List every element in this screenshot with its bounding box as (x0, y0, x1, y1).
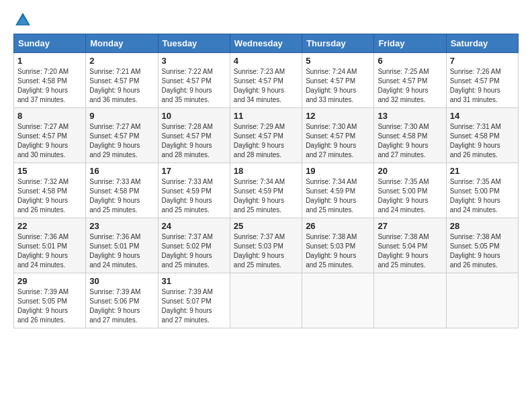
day-number: 2 (89, 56, 154, 66)
calendar-cell: 28Sunrise: 7:38 AM Sunset: 5:05 PM Dayli… (446, 218, 518, 273)
calendar-cell: 31Sunrise: 7:39 AM Sunset: 5:07 PM Dayli… (158, 273, 230, 328)
day-number: 7 (450, 56, 515, 66)
day-number: 10 (162, 111, 226, 121)
col-header-monday: Monday (86, 34, 158, 53)
day-number: 1 (17, 56, 82, 66)
day-number: 26 (306, 221, 370, 231)
day-info: Sunrise: 7:35 AM Sunset: 5:00 PM Dayligh… (450, 178, 501, 214)
day-number: 8 (17, 111, 82, 121)
day-number: 13 (378, 111, 442, 121)
page: SundayMondayTuesdayWednesdayThursdayFrid… (0, 0, 532, 335)
day-number: 28 (450, 221, 515, 231)
calendar-header-row: SundayMondayTuesdayWednesdayThursdayFrid… (14, 34, 519, 53)
calendar-cell: 30Sunrise: 7:39 AM Sunset: 5:06 PM Dayli… (86, 273, 158, 328)
header (13, 11, 519, 30)
calendar-cell: 13Sunrise: 7:30 AM Sunset: 4:58 PM Dayli… (374, 108, 446, 163)
day-number: 12 (306, 111, 370, 121)
calendar-cell: 20Sunrise: 7:35 AM Sunset: 5:00 PM Dayli… (374, 163, 446, 218)
calendar-cell: 2Sunrise: 7:21 AM Sunset: 4:57 PM Daylig… (86, 53, 158, 108)
day-number: 25 (234, 221, 298, 231)
day-number: 15 (17, 166, 82, 176)
day-info: Sunrise: 7:34 AM Sunset: 4:59 PM Dayligh… (306, 178, 357, 214)
day-number: 29 (17, 276, 82, 286)
day-info: Sunrise: 7:22 AM Sunset: 4:57 PM Dayligh… (162, 68, 213, 103)
calendar-cell: 15Sunrise: 7:32 AM Sunset: 4:58 PM Dayli… (14, 163, 86, 218)
calendar-cell: 1Sunrise: 7:20 AM Sunset: 4:58 PM Daylig… (14, 53, 86, 108)
calendar-cell: 7Sunrise: 7:26 AM Sunset: 4:57 PM Daylig… (446, 53, 518, 108)
day-number: 5 (306, 56, 370, 66)
day-number: 17 (162, 166, 226, 176)
day-info: Sunrise: 7:21 AM Sunset: 4:57 PM Dayligh… (89, 68, 140, 103)
calendar-cell: 26Sunrise: 7:38 AM Sunset: 5:03 PM Dayli… (302, 218, 374, 273)
day-number: 23 (89, 221, 154, 231)
calendar-week-4: 22Sunrise: 7:36 AM Sunset: 5:01 PM Dayli… (14, 218, 519, 273)
day-info: Sunrise: 7:38 AM Sunset: 5:03 PM Dayligh… (306, 233, 357, 269)
day-number: 11 (234, 111, 298, 121)
day-info: Sunrise: 7:39 AM Sunset: 5:05 PM Dayligh… (17, 288, 69, 324)
day-number: 9 (89, 111, 154, 121)
calendar-cell: 3Sunrise: 7:22 AM Sunset: 4:57 PM Daylig… (158, 53, 230, 108)
day-number: 14 (450, 111, 515, 121)
day-info: Sunrise: 7:39 AM Sunset: 5:07 PM Dayligh… (162, 288, 213, 324)
calendar-cell: 5Sunrise: 7:24 AM Sunset: 4:57 PM Daylig… (302, 53, 374, 108)
calendar-cell: 25Sunrise: 7:37 AM Sunset: 5:03 PM Dayli… (230, 218, 302, 273)
day-info: Sunrise: 7:28 AM Sunset: 4:57 PM Dayligh… (162, 123, 213, 158)
day-info: Sunrise: 7:36 AM Sunset: 5:01 PM Dayligh… (89, 233, 140, 269)
day-info: Sunrise: 7:35 AM Sunset: 5:00 PM Dayligh… (378, 178, 429, 214)
calendar-week-3: 15Sunrise: 7:32 AM Sunset: 4:58 PM Dayli… (14, 163, 519, 218)
calendar-cell (302, 273, 374, 328)
day-number: 16 (89, 166, 154, 176)
day-info: Sunrise: 7:33 AM Sunset: 4:59 PM Dayligh… (162, 178, 213, 214)
col-header-sunday: Sunday (14, 34, 86, 53)
day-info: Sunrise: 7:34 AM Sunset: 4:59 PM Dayligh… (234, 178, 285, 214)
day-number: 30 (89, 276, 154, 286)
calendar-cell: 23Sunrise: 7:36 AM Sunset: 5:01 PM Dayli… (86, 218, 158, 273)
day-info: Sunrise: 7:25 AM Sunset: 4:57 PM Dayligh… (378, 68, 429, 103)
calendar-cell: 9Sunrise: 7:27 AM Sunset: 4:57 PM Daylig… (86, 108, 158, 163)
day-info: Sunrise: 7:30 AM Sunset: 4:57 PM Dayligh… (306, 123, 357, 158)
day-info: Sunrise: 7:30 AM Sunset: 4:58 PM Dayligh… (378, 123, 429, 158)
day-info: Sunrise: 7:32 AM Sunset: 4:58 PM Dayligh… (17, 178, 69, 214)
logo-icon (13, 11, 32, 30)
day-number: 19 (306, 166, 370, 176)
calendar-cell: 8Sunrise: 7:27 AM Sunset: 4:57 PM Daylig… (14, 108, 86, 163)
calendar-cell: 18Sunrise: 7:34 AM Sunset: 4:59 PM Dayli… (230, 163, 302, 218)
calendar-cell: 12Sunrise: 7:30 AM Sunset: 4:57 PM Dayli… (302, 108, 374, 163)
day-number: 22 (17, 221, 82, 231)
calendar-cell (230, 273, 302, 328)
day-info: Sunrise: 7:20 AM Sunset: 4:58 PM Dayligh… (17, 68, 69, 103)
day-number: 31 (162, 276, 226, 286)
day-number: 20 (378, 166, 442, 176)
day-info: Sunrise: 7:26 AM Sunset: 4:57 PM Dayligh… (450, 68, 501, 103)
calendar-cell: 4Sunrise: 7:23 AM Sunset: 4:57 PM Daylig… (230, 53, 302, 108)
day-number: 3 (162, 56, 226, 66)
day-info: Sunrise: 7:23 AM Sunset: 4:57 PM Dayligh… (234, 68, 285, 103)
col-header-friday: Friday (374, 34, 446, 53)
day-info: Sunrise: 7:36 AM Sunset: 5:01 PM Dayligh… (17, 233, 69, 269)
day-info: Sunrise: 7:27 AM Sunset: 4:57 PM Dayligh… (89, 123, 140, 158)
calendar-cell (446, 273, 518, 328)
col-header-wednesday: Wednesday (230, 34, 302, 53)
calendar-cell: 14Sunrise: 7:31 AM Sunset: 4:58 PM Dayli… (446, 108, 518, 163)
logo (13, 11, 35, 30)
col-header-tuesday: Tuesday (158, 34, 230, 53)
day-info: Sunrise: 7:27 AM Sunset: 4:57 PM Dayligh… (17, 123, 69, 158)
calendar-week-5: 29Sunrise: 7:39 AM Sunset: 5:05 PM Dayli… (14, 273, 519, 328)
day-number: 6 (378, 56, 442, 66)
calendar-cell: 27Sunrise: 7:38 AM Sunset: 5:04 PM Dayli… (374, 218, 446, 273)
day-info: Sunrise: 7:37 AM Sunset: 5:03 PM Dayligh… (234, 233, 285, 269)
day-number: 27 (378, 221, 442, 231)
col-header-thursday: Thursday (302, 34, 374, 53)
day-info: Sunrise: 7:24 AM Sunset: 4:57 PM Dayligh… (306, 68, 357, 103)
day-number: 18 (234, 166, 298, 176)
calendar-week-1: 1Sunrise: 7:20 AM Sunset: 4:58 PM Daylig… (14, 53, 519, 108)
calendar-cell: 17Sunrise: 7:33 AM Sunset: 4:59 PM Dayli… (158, 163, 230, 218)
calendar-week-2: 8Sunrise: 7:27 AM Sunset: 4:57 PM Daylig… (14, 108, 519, 163)
day-info: Sunrise: 7:31 AM Sunset: 4:58 PM Dayligh… (450, 123, 501, 158)
day-info: Sunrise: 7:38 AM Sunset: 5:05 PM Dayligh… (450, 233, 501, 269)
calendar-cell: 11Sunrise: 7:29 AM Sunset: 4:57 PM Dayli… (230, 108, 302, 163)
day-number: 24 (162, 221, 226, 231)
col-header-saturday: Saturday (446, 34, 518, 53)
calendar-cell: 22Sunrise: 7:36 AM Sunset: 5:01 PM Dayli… (14, 218, 86, 273)
day-number: 21 (450, 166, 515, 176)
